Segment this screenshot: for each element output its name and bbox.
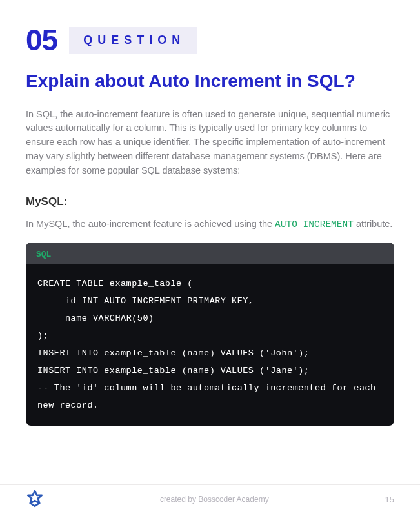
footer-credit: created by Bosscoder Academy [44, 495, 385, 504]
question-header-row: 05 QUESTION [26, 23, 394, 57]
page-number: 15 [385, 495, 394, 504]
intro-paragraph: In SQL, the auto-increment feature is of… [26, 108, 394, 178]
question-badge: QUESTION [69, 27, 197, 54]
inline-keyword: AUTO_INCREMENT [275, 219, 354, 230]
code-header: SQL [26, 243, 394, 264]
desc-post: attribute. [354, 219, 392, 229]
question-number: 05 [26, 23, 57, 57]
question-title: Explain about Auto Increment in SQL? [26, 70, 394, 92]
desc-pre: In MySQL, the auto-increment feature is … [26, 219, 275, 229]
svg-marker-0 [28, 491, 41, 503]
document-page: 05 QUESTION Explain about Auto Increment… [0, 0, 420, 426]
academy-logo-icon [26, 490, 44, 508]
code-body: CREATE TABLE example_table ( id INT AUTO… [26, 264, 394, 426]
page-footer: created by Bosscoder Academy 15 [0, 484, 420, 508]
code-language-label: SQL [36, 250, 51, 259]
db-section-heading: MySQL: [26, 195, 394, 208]
db-section-desc: In MySQL, the auto-increment feature is … [26, 217, 394, 232]
code-block: SQL CREATE TABLE example_table ( id INT … [26, 243, 394, 426]
